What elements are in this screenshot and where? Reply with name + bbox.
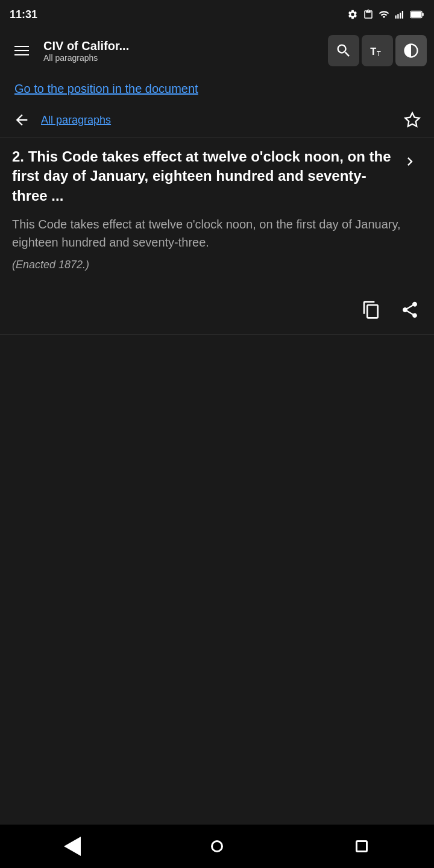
svg-rect-5 xyxy=(411,12,421,17)
copy-icon xyxy=(362,300,381,319)
expand-button[interactable] xyxy=(398,149,422,174)
status-icons xyxy=(347,9,424,20)
app-header: CIV of Califor... All paragraphs T T xyxy=(0,29,434,72)
share-icon xyxy=(400,300,420,319)
back-arrow-icon xyxy=(13,112,30,128)
nav-recent-button[interactable] xyxy=(338,828,386,864)
content-area: 2. This Code takes effect at twelve o'cl… xyxy=(0,137,434,291)
favorite-button[interactable] xyxy=(400,108,424,132)
header-title-area: CIV of Califor... All paragraphs xyxy=(43,39,321,63)
text-size-button[interactable]: T T xyxy=(362,35,393,66)
hamburger-line-1 xyxy=(14,46,29,47)
signal-icon xyxy=(394,9,405,20)
status-time: 11:31 xyxy=(10,8,37,21)
star-icon xyxy=(404,112,421,128)
svg-rect-0 xyxy=(395,16,397,19)
document-position-link[interactable]: Go to the position in the document xyxy=(14,82,198,95)
nav-home-icon xyxy=(211,840,223,852)
svg-rect-2 xyxy=(400,13,401,19)
nav-back-icon xyxy=(64,837,81,856)
menu-button[interactable] xyxy=(7,36,36,65)
header-title: CIV of Califor... xyxy=(43,39,321,53)
section-header-left: All paragraphs xyxy=(10,108,111,132)
header-subtitle: All paragraphs xyxy=(43,53,321,63)
share-button[interactable] xyxy=(395,295,424,324)
contrast-button[interactable] xyxy=(395,35,427,66)
section-header: All paragraphs xyxy=(0,101,434,137)
nav-home-button[interactable] xyxy=(193,828,241,864)
header-actions: T T xyxy=(328,35,427,66)
svg-text:T: T xyxy=(377,49,381,57)
entry-title-text: 2. This Code takes effect at twelve o'cl… xyxy=(12,147,393,206)
entry-body-text: This Code takes effect at twelve o'clock… xyxy=(12,215,422,251)
hamburger-line-3 xyxy=(14,54,29,55)
bottom-navigation xyxy=(0,825,434,868)
entry-enacted-text: (Enacted 1872.) xyxy=(12,259,422,271)
svg-rect-6 xyxy=(422,13,423,16)
empty-content-area xyxy=(0,335,434,576)
wifi-icon xyxy=(379,9,389,20)
nav-back-button[interactable] xyxy=(48,828,96,864)
settings-icon xyxy=(347,9,358,20)
back-button[interactable] xyxy=(10,108,34,132)
copy-button[interactable] xyxy=(357,295,386,324)
link-area: Go to the position in the document xyxy=(0,72,434,101)
battery-icon xyxy=(410,9,424,20)
contrast-icon xyxy=(403,42,420,59)
svg-rect-1 xyxy=(397,14,398,19)
svg-rect-3 xyxy=(402,11,403,19)
nav-recent-icon xyxy=(356,840,368,852)
svg-text:T: T xyxy=(370,46,376,57)
search-button[interactable] xyxy=(328,35,359,66)
clipboard-icon xyxy=(363,9,374,20)
text-size-icon: T T xyxy=(369,42,386,59)
search-icon xyxy=(335,42,352,59)
svg-marker-9 xyxy=(405,113,419,126)
status-bar: 11:31 xyxy=(0,0,434,29)
hamburger-line-2 xyxy=(14,50,29,51)
action-row xyxy=(0,291,434,335)
entry-title: 2. This Code takes effect at twelve o'cl… xyxy=(12,147,422,206)
chevron-right-icon xyxy=(401,153,418,170)
section-label[interactable]: All paragraphs xyxy=(41,114,111,127)
